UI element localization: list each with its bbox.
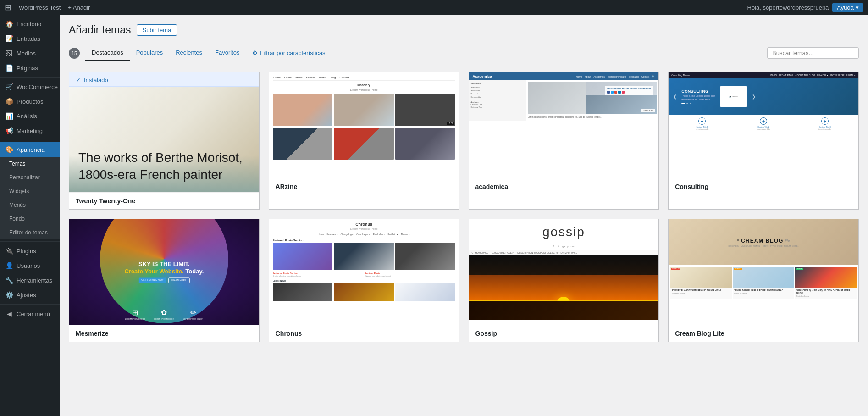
tab-destacados[interactable]: Destacados <box>85 45 130 61</box>
arzine-inner: Arzine Home About Service Works Blog Con… <box>269 72 459 178</box>
sidebar-label-menus: Menús <box>9 202 26 208</box>
sidebar-divider-2 <box>0 140 60 140</box>
sidebar-item-paginas[interactable]: 📄 Páginas <box>0 61 60 75</box>
sidebar-item-marketing[interactable]: 📢 Marketing <box>0 123 60 138</box>
products-icon: 📦 <box>6 98 13 105</box>
sidebar-item-menus[interactable]: Menús <box>0 198 60 212</box>
theme-info: Chronus <box>269 325 459 342</box>
upload-theme-button[interactable]: Subir tema <box>137 24 177 36</box>
wp-logo-item[interactable]: ⊞ <box>5 2 11 12</box>
site-name-item[interactable]: WordPress Test <box>19 4 61 11</box>
tab-populares[interactable]: Populares <box>130 45 170 61</box>
add-new-item[interactable]: + Añadir <box>68 4 90 11</box>
sidebar-item-woocommerce[interactable]: 🛒 WooCommerce <box>0 79 60 94</box>
theme-card-academica[interactable]: Academica Home About Academics Admission… <box>469 72 659 210</box>
adminbar-left: ⊞ WordPress Test + Añadir <box>5 2 90 12</box>
sidebar-item-ajustes[interactable]: ⚙️ Ajustes <box>0 288 60 302</box>
theme-arzine-preview: Arzine Home About Service Works Blog Con… <box>269 72 459 178</box>
theme-card-gossip[interactable]: gossip f t in g+ p rss CT HOMEPAGE EXCLU… <box>469 219 659 342</box>
sidebar-label-usuarios: Usuarios <box>17 262 40 269</box>
theme-card-chronus[interactable]: Chronus Elegant WordPress Theme Home Fea… <box>269 219 459 342</box>
close-menu-icon: ◀ <box>6 310 13 317</box>
sidebar-item-usuarios[interactable]: 👤 Usuarios <box>0 258 60 273</box>
tab-recientes[interactable]: Recientes <box>169 45 209 61</box>
theme-name: Cream Blog Lite <box>675 330 852 337</box>
sidebar-item-apariencia[interactable]: 🎨 Apariencia <box>0 142 60 157</box>
sidebar-label-entradas: Entradas <box>17 35 40 42</box>
sidebar-item-cerrar-menu[interactable]: ◀ Cerrar menú <box>0 306 60 321</box>
gossip-nav: CT HOMEPAGE EXCLUSIVE PAGE > DESCRIPTION… <box>469 250 659 255</box>
sidebar-item-personalizar[interactable]: Personalizar <box>0 171 60 184</box>
academica-body: StartHere Academics Admissions Research … <box>469 80 659 121</box>
theme-card-arzine[interactable]: Arzine Home About Service Works Blog Con… <box>269 72 459 210</box>
analytics-icon: 📊 <box>6 112 13 120</box>
gossip-inner: gossip f t in g+ p rss CT HOMEPAGE EXCLU… <box>469 219 659 325</box>
users-icon: 👤 <box>6 262 13 269</box>
page-header: Añadir temas Subir tema <box>69 24 859 36</box>
theme-card-twenty-twenty-one[interactable]: ✓ Instalado The works of Berthe Morisot,… <box>69 72 260 210</box>
theme-academica-preview: Academica Home About Academics Admission… <box>469 72 659 178</box>
theme-card-cream-blog-lite[interactable]: ≡ CREAM BLOG life DISCOVERY ADVENTURE TR… <box>668 219 859 342</box>
marketing-icon: 📢 <box>6 127 13 134</box>
settings-icon: ⚙️ <box>6 291 13 299</box>
plugins-icon: 🔌 <box>6 247 13 255</box>
cream-blog-title: CREAM BLOG <box>741 238 783 244</box>
sidebar-item-editor-temas[interactable]: Editor de temas <box>0 226 60 239</box>
academica-main: One Solution for the Skills Gap Problem <box>526 80 659 121</box>
theme-name: Gossip <box>475 330 652 337</box>
sidebar-item-entradas[interactable]: 📝 Entradas <box>0 31 60 46</box>
sidebar-item-analisis[interactable]: 📊 Análisis <box>0 109 60 123</box>
sidebar-label-woo: WooCommerce <box>17 83 58 90</box>
sidebar-label-personalizar: Personalizar <box>9 174 40 181</box>
sidebar-item-escritorio[interactable]: 🏠 Escritorio <box>0 17 60 31</box>
chevron-down-icon: ▾ <box>856 4 859 11</box>
sidebar-item-widgets[interactable]: Widgets <box>0 184 60 198</box>
theme-name: Consulting <box>675 183 852 190</box>
sidebar-label-medios: Medios <box>17 50 36 57</box>
main-content: Añadir temas Subir tema 15 Destacados Po… <box>60 15 868 416</box>
sidebar-item-herramientas[interactable]: 🔧 Herramientas <box>0 273 60 288</box>
search-themes-input[interactable] <box>767 47 859 59</box>
media-icon: 🖼 <box>6 50 13 57</box>
academica-header: Academica Home About Academics Admission… <box>469 72 659 80</box>
home-icon: 🏠 <box>6 20 13 28</box>
theme-mesmerize-preview: SKY IS THE LIMIT.Create Your Website. To… <box>69 219 259 325</box>
theme-gossip-preview: gossip f t in g+ p rss CT HOMEPAGE EXCLU… <box>469 219 659 325</box>
sidebar-item-fondo[interactable]: Fondo <box>0 212 60 226</box>
sidebar-label-escritorio: Escritorio <box>17 21 41 28</box>
academica-inner: Academica Home About Academics Admission… <box>469 72 659 178</box>
mesmerize-text: SKY IS THE LIMIT.Create Your Website. To… <box>79 261 249 283</box>
sidebar-submenu-apariencia: Temas Personalizar Widgets Menús Fondo E… <box>0 157 60 239</box>
sidebar-item-medios[interactable]: 🖼 Medios <box>0 46 60 61</box>
site-name: WordPress Test <box>19 4 61 11</box>
sidebar-label-herramientas: Herramientas <box>17 277 52 284</box>
academica-sidebar: StartHere Academics Admissions Research … <box>469 80 526 121</box>
chronus-nav: Home Features ▾ Changelog ▾ Cars Pages ▾… <box>273 232 455 237</box>
sidebar-label-marketing: Marketing <box>17 128 43 134</box>
add-new-label: + Añadir <box>68 4 90 11</box>
filter-bar: 15 Destacados Populares Recientes Favori… <box>69 45 859 61</box>
theme-count-badge: 15 <box>69 48 80 59</box>
theme-consulting-preview: Consulting Theme BLOG FRONT PAGE ABOUT T… <box>669 72 858 178</box>
posts-icon: 📝 <box>6 35 13 42</box>
sidebar-label-ajustes: Ajustes <box>17 292 36 299</box>
left-arrow-icon: ❮ <box>673 94 677 99</box>
tab-favoritos[interactable]: Favoritos <box>209 45 246 61</box>
theme-info: Twenty Twenty-One <box>69 192 259 209</box>
sidebar-item-productos[interactable]: 📦 Productos <box>0 94 60 109</box>
help-button[interactable]: Ayuda ▾ <box>832 3 863 12</box>
sidebar-divider-1 <box>0 77 60 78</box>
sidebar-item-temas[interactable]: Temas <box>0 157 60 171</box>
installed-badge: ✓ Instalado <box>69 72 259 87</box>
theme-card-mesmerize[interactable]: SKY IS THE LIMIT.Create Your Website. To… <box>69 219 260 342</box>
mesmerize-icons: ⊞ LOREM IPSUM DOLOR ✿ LOREM IPSUM DOLOR … <box>69 308 259 320</box>
woo-icon: 🛒 <box>6 83 13 90</box>
theme-info: Gossip <box>469 325 659 342</box>
chronus-grid <box>273 243 455 270</box>
sidebar-label-fondo: Fondo <box>9 216 25 222</box>
sidebar-item-plugins[interactable]: 🔌 Plugins <box>0 244 60 258</box>
chronus-inner: Chronus Elegant WordPress Theme Home Fea… <box>269 219 459 325</box>
sidebar-divider-4 <box>0 304 60 305</box>
theme-card-consulting[interactable]: Consulting Theme BLOG FRONT PAGE ABOUT T… <box>668 72 859 210</box>
filter-features-button[interactable]: ⚙ Filtrar por características <box>246 46 332 60</box>
